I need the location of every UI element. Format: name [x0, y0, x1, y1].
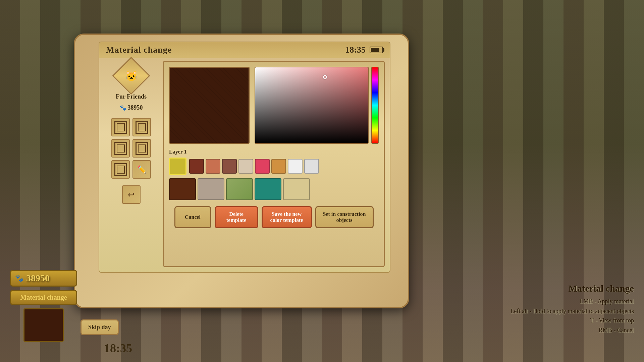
screen-topbar: Material change 18:35 — [99, 42, 390, 58]
cancel-button[interactable]: Cancel — [174, 206, 211, 228]
color-picker-area — [255, 67, 379, 144]
nav-button-1-inner — [114, 121, 127, 134]
character-face-icon: 🐱 — [125, 70, 138, 82]
swatch-1[interactable] — [189, 159, 204, 174]
nav-button-1[interactable] — [111, 118, 130, 136]
hud-hint-alt: Left alt - Hold to apply material to adj… — [511, 306, 634, 316]
battery-fill — [371, 48, 379, 52]
hud-paw-icon: 🐾 — [15, 274, 23, 282]
swatch-colors-row — [189, 159, 379, 174]
hud-hint-lmb: LMB - Apply material — [511, 297, 634, 306]
paw-icon: 🐾 — [120, 105, 126, 111]
nav-button-2-inner — [136, 121, 148, 134]
nav-button-4[interactable] — [132, 139, 151, 158]
swatch-4[interactable] — [238, 159, 253, 174]
swatch-2[interactable] — [206, 159, 220, 174]
hud-right-title: Material change — [511, 283, 634, 294]
bottom-time: 18:35 — [104, 341, 132, 355]
swatch-8[interactable] — [304, 159, 319, 174]
layer-label: Layer 1 — [169, 149, 379, 155]
nav-button-3[interactable] — [111, 139, 130, 158]
nav-buttons: ✏️ — [111, 118, 151, 179]
template-swatch-5[interactable] — [283, 178, 310, 200]
color-picker-cursor — [323, 75, 327, 79]
undo-button[interactable]: ↩ — [122, 185, 141, 204]
template-row — [169, 178, 379, 200]
hud-hint-t: T - View from top — [511, 316, 634, 325]
battery-icon — [370, 47, 383, 53]
currency-amount: 38950 — [128, 104, 143, 111]
hud-label-box: Material change — [10, 290, 77, 305]
skip-day-button[interactable]: Skip day — [80, 319, 119, 335]
hud-hint-rmb: RMB - Cancel — [511, 325, 634, 335]
color-preview-box — [169, 67, 250, 144]
screen: Material change 18:35 🐱 Fur Friends 🐾 38… — [99, 42, 390, 273]
save-template-button[interactable]: Save the newcolor template — [262, 206, 312, 228]
screen-time: 18:35 — [345, 45, 366, 55]
hud-currency-text: 38950 — [26, 273, 50, 284]
hud-bottom-left: 🐾 38950 Material change — [10, 270, 77, 342]
swatch-6[interactable] — [271, 159, 286, 174]
swatch-3[interactable] — [222, 159, 237, 174]
selected-swatch[interactable] — [169, 158, 186, 175]
swatch-7[interactable] — [288, 159, 303, 174]
hud-material-preview — [23, 308, 64, 342]
nav-button-5[interactable] — [111, 160, 130, 179]
main-panel: Layer 1 — [163, 61, 385, 267]
nav-button-pencil[interactable]: ✏️ — [132, 160, 151, 179]
template-swatch-2[interactable] — [198, 178, 224, 200]
nav-button-5-inner — [114, 163, 127, 176]
hud-right-hints: Material change LMB - Apply material Lef… — [511, 283, 634, 335]
template-swatch-3[interactable] — [226, 178, 253, 200]
template-swatch-1[interactable] — [169, 178, 196, 200]
layer-section: Layer 1 — [169, 149, 379, 200]
delete-template-button[interactable]: Deletetemplate — [215, 206, 258, 228]
pencil-icon: ✏️ — [137, 165, 146, 174]
color-hue-bar[interactable] — [371, 67, 379, 144]
nav-button-3-inner — [114, 142, 127, 155]
left-panel: 🐱 Fur Friends 🐾 38950 — [106, 62, 156, 204]
swatch-5[interactable] — [255, 159, 270, 174]
hud-currency-bar: 🐾 38950 — [10, 270, 77, 287]
nav-button-2[interactable] — [132, 118, 151, 136]
currency-display: 🐾 38950 — [120, 104, 143, 111]
character-avatar: 🐱 — [112, 57, 150, 95]
set-construction-button[interactable]: Set in constructionobjects — [315, 206, 374, 228]
template-swatch-4[interactable] — [255, 178, 281, 200]
device-frame: Material change 18:35 🐱 Fur Friends 🐾 38… — [74, 34, 409, 308]
layer-swatches-row — [169, 158, 379, 175]
color-gradient-box[interactable] — [255, 67, 369, 144]
hud-material-label: Material change — [15, 294, 72, 301]
screen-title: Material change — [106, 45, 172, 55]
color-preview-area — [169, 67, 379, 144]
bottom-buttons: Cancel Deletetemplate Save the newcolor … — [169, 206, 379, 228]
screen-status: 18:35 — [345, 45, 383, 55]
nav-button-4-inner — [136, 142, 148, 155]
